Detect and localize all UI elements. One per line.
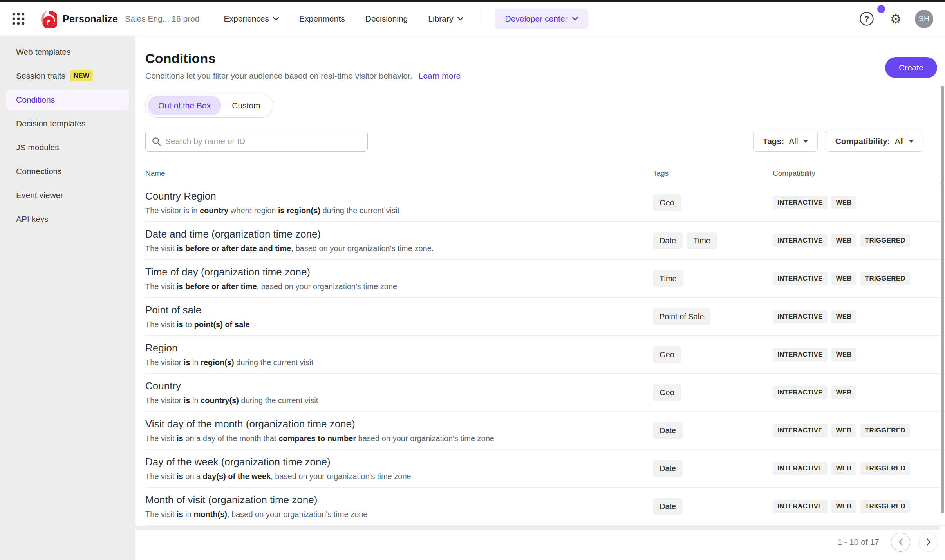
condition-compatibility: INTERACTIVEWEBTRIGGERED — [773, 424, 937, 437]
pagination: 1 - 10 of 17 — [145, 530, 945, 554]
table-row[interactable]: Point of sale The visit is to point(s) o… — [145, 298, 945, 336]
conditions-table: Country Region The visitor is in country… — [145, 184, 945, 526]
condition-tags: Point of Sale — [653, 308, 773, 325]
condition-description: The visitor is in country(s) during the … — [145, 396, 653, 405]
tag-chip: Date — [653, 498, 683, 515]
sidebar-item-web-templates[interactable]: Web templates — [6, 42, 129, 62]
page-title: Conditions — [145, 51, 945, 66]
nav-label: Experiences — [224, 14, 269, 23]
nav-experiences[interactable]: Experiences — [224, 14, 279, 23]
compatibility-badge: WEB — [831, 424, 856, 437]
avatar[interactable]: SH — [915, 10, 933, 28]
table-row[interactable]: Month of visit (organization time zone) … — [145, 488, 945, 526]
nav-experiments[interactable]: Experiments — [299, 14, 345, 23]
svg-text:?: ? — [864, 14, 869, 23]
search-input[interactable] — [145, 131, 368, 152]
personalize-logo-icon — [40, 9, 57, 28]
condition-description: The visit is in month(s), based on your … — [145, 510, 653, 519]
condition-tags: Geo — [653, 346, 773, 363]
org-name: Sales Eng... 16 prod — [125, 14, 199, 23]
table-row[interactable]: Day of the week (organization time zone)… — [145, 450, 945, 488]
condition-description: The visit is on a day(s) of the week, ba… — [145, 472, 653, 481]
sidebar-item-session-traits[interactable]: Session traitsNEW — [6, 66, 129, 86]
filters: Tags:AllCompatibility:All — [753, 131, 923, 152]
help-button[interactable]: ? — [859, 11, 874, 26]
compatibility-badge: TRIGGERED — [860, 424, 910, 437]
compatibility-badge: TRIGGERED — [860, 234, 910, 247]
sidebar-item-connections[interactable]: Connections — [6, 162, 129, 181]
pagination-next-button[interactable] — [919, 533, 938, 552]
compatibility-badge: INTERACTIVE — [773, 272, 828, 285]
filter-tags[interactable]: Tags:All — [753, 131, 818, 152]
tag-chip: Geo — [653, 194, 681, 211]
compatibility-badge: INTERACTIVE — [773, 348, 828, 361]
condition-name: Country Region — [145, 190, 653, 202]
learn-more-link[interactable]: Learn more — [419, 71, 461, 80]
developer-center-label: Developer center — [505, 14, 568, 23]
tab-custom[interactable]: Custom — [221, 96, 271, 115]
condition-description: The visitor is in country where region i… — [145, 206, 653, 215]
table-row[interactable]: Date and time (organization time zone) T… — [145, 222, 945, 260]
pagination-prev-button[interactable] — [891, 533, 910, 552]
compatibility-badge: WEB — [831, 310, 856, 323]
table-row[interactable]: Time of day (organization time zone) The… — [145, 260, 945, 298]
nav-label: Decisioning — [365, 14, 408, 23]
chevron-down-icon — [572, 17, 578, 21]
compatibility-badge: INTERACTIVE — [773, 424, 828, 437]
nav-label: Experiments — [299, 14, 345, 23]
new-badge: NEW — [70, 70, 93, 81]
condition-tags: Geo — [653, 194, 773, 211]
sidebar-item-api-keys[interactable]: API keys — [6, 209, 129, 229]
vertical-scrollbar-thumb[interactable] — [941, 86, 944, 513]
compatibility-badge: TRIGGERED — [860, 500, 910, 513]
horizontal-scrollbar-track[interactable] — [135, 526, 940, 530]
tab-out-of-the-box[interactable]: Out of the Box — [148, 96, 221, 115]
condition-compatibility: INTERACTIVEWEBTRIGGERED — [773, 462, 937, 475]
condition-name: Region — [145, 342, 653, 354]
chevron-down-icon — [457, 17, 463, 21]
table-row[interactable]: Visit day of the month (organization tim… — [145, 412, 945, 450]
tag-chip: Date — [653, 422, 683, 439]
caret-down-icon — [909, 140, 914, 143]
nav-decisioning[interactable]: Decisioning — [365, 14, 408, 23]
sidebar-item-label: JS modules — [16, 143, 59, 152]
compatibility-badge: INTERACTIVE — [773, 386, 828, 399]
app-launcher-button[interactable] — [12, 12, 25, 25]
main-content: Conditions Create Conditions let you fil… — [135, 36, 945, 560]
sidebar-item-conditions[interactable]: Conditions — [6, 90, 129, 110]
column-header-tags: Tags — [653, 169, 773, 178]
sidebar-item-decision-templates[interactable]: Decision templates — [6, 114, 129, 133]
tag-chip: Geo — [653, 346, 681, 363]
table-row[interactable]: Region The visitor is in region(s) durin… — [145, 336, 945, 374]
condition-compatibility: INTERACTIVEWEB — [773, 196, 937, 209]
sidebar-item-label: Event viewer — [16, 191, 63, 200]
gear-icon: ⚙ — [890, 13, 902, 25]
condition-description: The visitor is in region(s) during the c… — [145, 358, 653, 367]
create-button[interactable]: Create — [885, 57, 937, 78]
compatibility-badge: INTERACTIVE — [773, 234, 828, 247]
condition-name: Day of the week (organization time zone) — [145, 456, 653, 468]
sidebar-item-js-modules[interactable]: JS modules — [6, 138, 129, 157]
table-row[interactable]: Country Region The visitor is in country… — [145, 184, 945, 222]
condition-tags: Date — [653, 422, 773, 439]
compatibility-badge: WEB — [831, 348, 856, 361]
filter-compatibility[interactable]: Compatibility:All — [826, 131, 923, 152]
sidebar-item-label: Conditions — [16, 95, 55, 104]
settings-button[interactable]: ⚙ — [890, 13, 902, 25]
nav-library[interactable]: Library — [428, 14, 463, 23]
help-icon: ? — [859, 11, 874, 26]
pagination-range: 1 - 10 of 17 — [838, 537, 879, 547]
condition-compatibility: INTERACTIVEWEBTRIGGERED — [773, 500, 937, 513]
condition-name: Country — [145, 380, 653, 392]
compatibility-badge: INTERACTIVE — [773, 462, 828, 475]
condition-compatibility: INTERACTIVEWEB — [773, 386, 937, 399]
column-header-compatibility: Compatibility — [773, 169, 937, 178]
sidebar-item-event-viewer[interactable]: Event viewer — [6, 185, 129, 205]
condition-compatibility: INTERACTIVEWEBTRIGGERED — [773, 272, 937, 285]
sidebar-item-label: Session traits — [16, 71, 65, 81]
compatibility-badge: WEB — [831, 386, 856, 399]
condition-tags: Geo — [653, 384, 773, 401]
developer-center-button[interactable]: Developer center — [495, 9, 589, 29]
main-nav: ExperiencesExperimentsDecisioningLibrary — [224, 14, 463, 23]
table-row[interactable]: Country The visitor is in country(s) dur… — [145, 374, 945, 412]
